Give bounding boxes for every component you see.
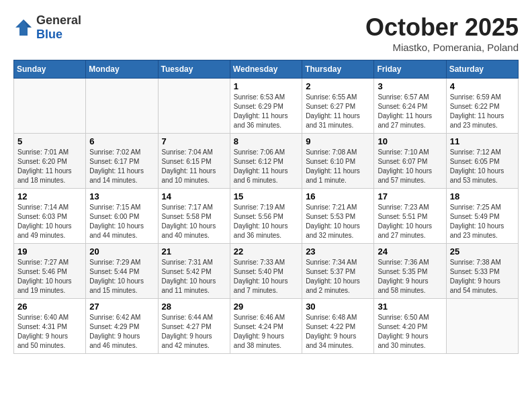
day-info: Sunrise: 7:01 AM Sunset: 6:20 PM Dayligh…: [17, 148, 82, 185]
calendar-cell: 12Sunrise: 7:14 AM Sunset: 6:03 PM Dayli…: [14, 189, 86, 244]
weekday-header-tuesday: Tuesday: [158, 60, 230, 79]
day-number: 4: [450, 81, 515, 91]
week-row-5: 26Sunrise: 6:40 AM Sunset: 4:31 PM Dayli…: [14, 299, 519, 354]
week-row-1: 1Sunrise: 6:53 AM Sunset: 6:29 PM Daylig…: [14, 79, 519, 134]
weekday-header-wednesday: Wednesday: [230, 60, 302, 79]
day-info: Sunrise: 7:08 AM Sunset: 6:10 PM Dayligh…: [306, 148, 370, 185]
location-subtitle: Miastko, Pomerania, Poland: [365, 42, 519, 53]
day-number: 24: [378, 246, 442, 257]
day-number: 30: [306, 302, 370, 312]
day-number: 12: [17, 191, 82, 201]
day-info: Sunrise: 7:29 AM Sunset: 5:44 PM Dayligh…: [89, 258, 154, 295]
calendar-cell: [446, 299, 518, 354]
day-number: 18: [450, 191, 515, 201]
calendar-cell: 15Sunrise: 7:19 AM Sunset: 5:56 PM Dayli…: [230, 189, 302, 244]
day-info: Sunrise: 6:59 AM Sunset: 6:22 PM Dayligh…: [450, 93, 515, 130]
day-info: Sunrise: 7:21 AM Sunset: 5:53 PM Dayligh…: [306, 203, 370, 240]
calendar-cell: 10Sunrise: 7:10 AM Sunset: 6:07 PM Dayli…: [374, 134, 446, 189]
week-row-2: 5Sunrise: 7:01 AM Sunset: 6:20 PM Daylig…: [14, 134, 519, 189]
day-info: Sunrise: 7:14 AM Sunset: 6:03 PM Dayligh…: [17, 203, 82, 240]
title-block: October 2025 Miastko, Pomerania, Poland: [365, 13, 519, 53]
day-number: 5: [17, 136, 82, 146]
day-info: Sunrise: 7:38 AM Sunset: 5:33 PM Dayligh…: [450, 258, 515, 295]
calendar-cell: 7Sunrise: 7:04 AM Sunset: 6:15 PM Daylig…: [158, 134, 230, 189]
day-number: 28: [162, 302, 226, 312]
day-number: 9: [306, 136, 370, 146]
day-number: 31: [378, 302, 442, 312]
day-number: 10: [378, 136, 442, 146]
calendar-cell: 28Sunrise: 6:44 AM Sunset: 4:27 PM Dayli…: [158, 299, 230, 354]
day-number: 27: [89, 302, 154, 312]
calendar-cell: 18Sunrise: 7:25 AM Sunset: 5:49 PM Dayli…: [446, 189, 518, 244]
logo: General Blue: [13, 13, 81, 42]
weekday-header-sunday: Sunday: [14, 60, 86, 79]
calendar-cell: 1Sunrise: 6:53 AM Sunset: 6:29 PM Daylig…: [230, 79, 302, 134]
day-number: 17: [378, 191, 442, 201]
weekday-header-row: SundayMondayTuesdayWednesdayThursdayFrid…: [14, 60, 519, 79]
calendar-cell: [86, 79, 158, 134]
logo-icon: [13, 17, 34, 38]
weekday-header-monday: Monday: [86, 60, 158, 79]
week-row-4: 19Sunrise: 7:27 AM Sunset: 5:46 PM Dayli…: [14, 244, 519, 299]
calendar-cell: 5Sunrise: 7:01 AM Sunset: 6:20 PM Daylig…: [14, 134, 86, 189]
calendar-cell: 31Sunrise: 6:50 AM Sunset: 4:20 PM Dayli…: [374, 299, 446, 354]
day-info: Sunrise: 6:42 AM Sunset: 4:29 PM Dayligh…: [89, 313, 154, 351]
day-info: Sunrise: 7:34 AM Sunset: 5:37 PM Dayligh…: [306, 258, 370, 295]
calendar-table: SundayMondayTuesdayWednesdayThursdayFrid…: [13, 60, 519, 354]
day-info: Sunrise: 6:50 AM Sunset: 4:20 PM Dayligh…: [378, 313, 442, 351]
day-info: Sunrise: 6:55 AM Sunset: 6:27 PM Dayligh…: [306, 93, 370, 130]
calendar-cell: 25Sunrise: 7:38 AM Sunset: 5:33 PM Dayli…: [446, 244, 518, 299]
day-info: Sunrise: 7:17 AM Sunset: 5:58 PM Dayligh…: [162, 203, 226, 240]
calendar-cell: 13Sunrise: 7:15 AM Sunset: 6:00 PM Dayli…: [86, 189, 158, 244]
calendar-cell: 4Sunrise: 6:59 AM Sunset: 6:22 PM Daylig…: [446, 79, 518, 134]
day-info: Sunrise: 6:48 AM Sunset: 4:22 PM Dayligh…: [306, 313, 370, 351]
weekday-header-friday: Friday: [374, 60, 446, 79]
logo-blue: Blue: [36, 28, 62, 41]
calendar-cell: 23Sunrise: 7:34 AM Sunset: 5:37 PM Dayli…: [302, 244, 374, 299]
day-number: 11: [450, 136, 515, 146]
day-number: 6: [89, 136, 154, 146]
day-info: Sunrise: 6:46 AM Sunset: 4:24 PM Dayligh…: [234, 313, 298, 351]
calendar-cell: 8Sunrise: 7:06 AM Sunset: 6:12 PM Daylig…: [230, 134, 302, 189]
calendar-cell: 26Sunrise: 6:40 AM Sunset: 4:31 PM Dayli…: [14, 299, 86, 354]
day-info: Sunrise: 6:57 AM Sunset: 6:24 PM Dayligh…: [378, 93, 442, 130]
day-info: Sunrise: 7:02 AM Sunset: 6:17 PM Dayligh…: [89, 148, 154, 185]
calendar-cell: 9Sunrise: 7:08 AM Sunset: 6:10 PM Daylig…: [302, 134, 374, 189]
calendar-cell: 21Sunrise: 7:31 AM Sunset: 5:42 PM Dayli…: [158, 244, 230, 299]
day-number: 14: [162, 191, 226, 201]
calendar-cell: 16Sunrise: 7:21 AM Sunset: 5:53 PM Dayli…: [302, 189, 374, 244]
calendar-cell: 11Sunrise: 7:12 AM Sunset: 6:05 PM Dayli…: [446, 134, 518, 189]
day-number: 15: [234, 191, 298, 201]
day-info: Sunrise: 7:27 AM Sunset: 5:46 PM Dayligh…: [17, 258, 82, 295]
calendar-cell: 24Sunrise: 7:36 AM Sunset: 5:35 PM Dayli…: [374, 244, 446, 299]
calendar-cell: 2Sunrise: 6:55 AM Sunset: 6:27 PM Daylig…: [302, 79, 374, 134]
day-number: 1: [234, 81, 298, 91]
day-info: Sunrise: 7:19 AM Sunset: 5:56 PM Dayligh…: [234, 203, 298, 240]
weekday-header-thursday: Thursday: [302, 60, 374, 79]
calendar-cell: 17Sunrise: 7:23 AM Sunset: 5:51 PM Dayli…: [374, 189, 446, 244]
calendar-cell: 27Sunrise: 6:42 AM Sunset: 4:29 PM Dayli…: [86, 299, 158, 354]
day-number: 8: [234, 136, 298, 146]
day-info: Sunrise: 7:04 AM Sunset: 6:15 PM Dayligh…: [162, 148, 226, 185]
day-info: Sunrise: 7:12 AM Sunset: 6:05 PM Dayligh…: [450, 148, 515, 185]
calendar-cell: 3Sunrise: 6:57 AM Sunset: 6:24 PM Daylig…: [374, 79, 446, 134]
calendar-cell: 20Sunrise: 7:29 AM Sunset: 5:44 PM Dayli…: [86, 244, 158, 299]
day-info: Sunrise: 7:23 AM Sunset: 5:51 PM Dayligh…: [378, 203, 442, 240]
day-info: Sunrise: 7:06 AM Sunset: 6:12 PM Dayligh…: [234, 148, 298, 185]
day-info: Sunrise: 7:25 AM Sunset: 5:49 PM Dayligh…: [450, 203, 515, 240]
day-number: 22: [234, 246, 298, 257]
weekday-header-saturday: Saturday: [446, 60, 518, 79]
day-number: 2: [306, 81, 370, 91]
day-info: Sunrise: 7:15 AM Sunset: 6:00 PM Dayligh…: [89, 203, 154, 240]
day-info: Sunrise: 6:53 AM Sunset: 6:29 PM Dayligh…: [234, 93, 298, 130]
day-number: 25: [450, 246, 515, 257]
day-number: 26: [17, 302, 82, 312]
day-info: Sunrise: 7:10 AM Sunset: 6:07 PM Dayligh…: [378, 148, 442, 185]
day-number: 21: [162, 246, 226, 257]
day-info: Sunrise: 6:40 AM Sunset: 4:31 PM Dayligh…: [17, 313, 82, 351]
day-info: Sunrise: 7:36 AM Sunset: 5:35 PM Dayligh…: [378, 258, 442, 295]
day-info: Sunrise: 6:44 AM Sunset: 4:27 PM Dayligh…: [162, 313, 226, 351]
day-number: 3: [378, 81, 442, 91]
month-title: October 2025: [365, 13, 519, 42]
calendar-cell: 19Sunrise: 7:27 AM Sunset: 5:46 PM Dayli…: [14, 244, 86, 299]
